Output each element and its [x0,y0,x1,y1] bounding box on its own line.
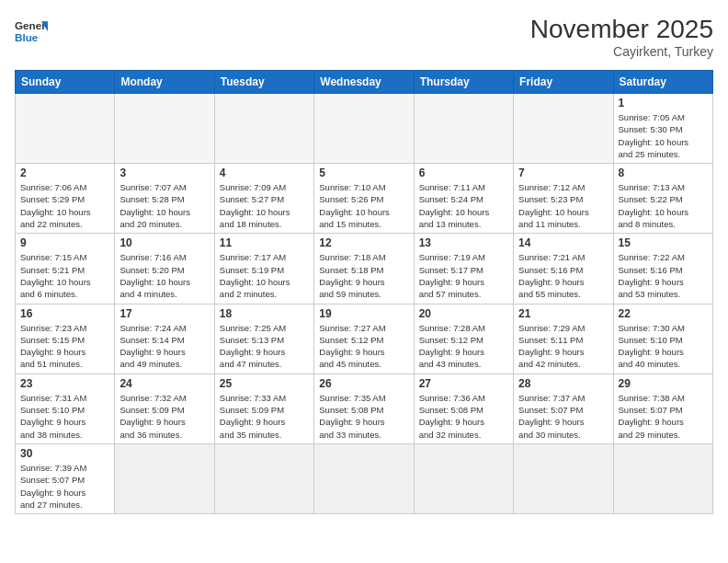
day-cell: 17Sunrise: 7:24 AM Sunset: 5:14 PM Dayli… [115,304,214,373]
day-cell: 4Sunrise: 7:09 AM Sunset: 5:27 PM Daylig… [214,164,313,234]
month-title: November 2025 [530,15,713,44]
day-info: Sunrise: 7:06 AM Sunset: 5:29 PM Dayligh… [20,181,109,230]
day-info: Sunrise: 7:24 AM Sunset: 5:14 PM Dayligh… [119,322,209,371]
day-cell: 25Sunrise: 7:33 AM Sunset: 5:09 PM Dayli… [214,373,313,443]
day-number: 15 [619,236,708,249]
day-cell [514,94,613,164]
day-number: 29 [619,377,708,390]
day-number: 21 [518,307,608,320]
weekday-header-row: SundayMondayTuesdayWednesdayThursdayFrid… [16,71,713,94]
day-cell: 24Sunrise: 7:32 AM Sunset: 5:09 PM Dayli… [115,373,214,443]
day-info: Sunrise: 7:17 AM Sunset: 5:19 PM Dayligh… [220,251,309,300]
day-number: 19 [319,307,408,320]
day-number: 2 [20,167,109,179]
day-info: Sunrise: 7:33 AM Sunset: 5:09 PM Dayligh… [220,392,309,441]
day-number: 4 [220,167,309,179]
day-cell [115,443,214,513]
day-cell: 27Sunrise: 7:36 AM Sunset: 5:08 PM Dayli… [414,373,513,443]
weekday-header-thursday: Thursday [414,71,513,94]
week-row-5: 23Sunrise: 7:31 AM Sunset: 5:10 PM Dayli… [16,373,713,443]
day-info: Sunrise: 7:21 AM Sunset: 5:16 PM Dayligh… [518,251,608,300]
day-number: 13 [419,236,508,249]
week-row-2: 2Sunrise: 7:06 AM Sunset: 5:29 PM Daylig… [16,164,713,234]
week-row-4: 16Sunrise: 7:23 AM Sunset: 5:15 PM Dayli… [16,304,713,373]
day-cell: 6Sunrise: 7:11 AM Sunset: 5:24 PM Daylig… [414,164,513,234]
day-cell: 5Sunrise: 7:10 AM Sunset: 5:26 PM Daylig… [314,164,414,234]
day-cell: 18Sunrise: 7:25 AM Sunset: 5:13 PM Dayli… [214,304,313,373]
day-info: Sunrise: 7:13 AM Sunset: 5:22 PM Dayligh… [619,181,708,230]
day-number: 18 [220,307,309,320]
weekday-header-saturday: Saturday [613,71,712,94]
calendar-table: SundayMondayTuesdayWednesdayThursdayFrid… [15,70,713,514]
day-cell [115,94,214,164]
day-info: Sunrise: 7:28 AM Sunset: 5:12 PM Dayligh… [419,322,508,371]
day-info: Sunrise: 7:05 AM Sunset: 5:30 PM Dayligh… [619,111,708,160]
day-info: Sunrise: 7:31 AM Sunset: 5:10 PM Dayligh… [20,392,109,441]
logo-icon: General Blue [15,15,48,48]
day-info: Sunrise: 7:32 AM Sunset: 5:09 PM Dayligh… [119,392,209,441]
day-cell: 29Sunrise: 7:38 AM Sunset: 5:07 PM Dayli… [613,373,712,443]
day-number: 1 [619,97,708,109]
week-row-3: 9Sunrise: 7:15 AM Sunset: 5:21 PM Daylig… [16,234,713,304]
day-info: Sunrise: 7:23 AM Sunset: 5:15 PM Dayligh… [20,322,109,371]
day-number: 25 [220,377,309,390]
weekday-header-sunday: Sunday [16,71,115,94]
day-cell: 14Sunrise: 7:21 AM Sunset: 5:16 PM Dayli… [514,234,613,304]
day-cell [16,94,115,164]
day-number: 23 [20,377,109,390]
day-info: Sunrise: 7:10 AM Sunset: 5:26 PM Dayligh… [319,181,408,230]
day-cell: 28Sunrise: 7:37 AM Sunset: 5:07 PM Dayli… [514,373,613,443]
day-cell: 20Sunrise: 7:28 AM Sunset: 5:12 PM Dayli… [414,304,513,373]
day-cell: 13Sunrise: 7:19 AM Sunset: 5:17 PM Dayli… [414,234,513,304]
day-cell: 3Sunrise: 7:07 AM Sunset: 5:28 PM Daylig… [115,164,214,234]
weekday-header-tuesday: Tuesday [214,71,313,94]
day-info: Sunrise: 7:19 AM Sunset: 5:17 PM Dayligh… [419,251,508,300]
day-number: 12 [319,236,408,249]
day-number: 5 [319,167,408,179]
day-info: Sunrise: 7:35 AM Sunset: 5:08 PM Dayligh… [319,392,408,441]
weekday-header-monday: Monday [115,71,214,94]
day-cell: 10Sunrise: 7:16 AM Sunset: 5:20 PM Dayli… [115,234,214,304]
day-cell: 7Sunrise: 7:12 AM Sunset: 5:23 PM Daylig… [514,164,613,234]
day-info: Sunrise: 7:36 AM Sunset: 5:08 PM Dayligh… [419,392,508,441]
day-cell [414,94,513,164]
day-number: 22 [619,307,708,320]
day-info: Sunrise: 7:18 AM Sunset: 5:18 PM Dayligh… [319,251,408,300]
day-number: 8 [619,167,708,179]
svg-text:General: General [15,19,48,31]
day-info: Sunrise: 7:30 AM Sunset: 5:10 PM Dayligh… [619,322,708,371]
day-info: Sunrise: 7:25 AM Sunset: 5:13 PM Dayligh… [220,322,309,371]
title-block: November 2025 Cayirkent, Turkey [530,15,713,59]
day-cell: 16Sunrise: 7:23 AM Sunset: 5:15 PM Dayli… [16,304,115,373]
day-number: 24 [119,377,209,390]
svg-text:Blue: Blue [15,31,39,43]
day-cell: 1Sunrise: 7:05 AM Sunset: 5:30 PM Daylig… [613,94,712,164]
day-number: 17 [119,307,209,320]
day-number: 9 [20,236,109,249]
day-cell: 26Sunrise: 7:35 AM Sunset: 5:08 PM Dayli… [314,373,414,443]
day-number: 16 [20,307,109,320]
day-cell: 22Sunrise: 7:30 AM Sunset: 5:10 PM Dayli… [613,304,712,373]
day-info: Sunrise: 7:22 AM Sunset: 5:16 PM Dayligh… [619,251,708,300]
day-info: Sunrise: 7:16 AM Sunset: 5:20 PM Dayligh… [119,251,209,300]
day-cell [514,443,613,513]
day-info: Sunrise: 7:37 AM Sunset: 5:07 PM Dayligh… [518,392,608,441]
day-number: 26 [319,377,408,390]
weekday-header-wednesday: Wednesday [314,71,414,94]
day-number: 20 [419,307,508,320]
day-info: Sunrise: 7:39 AM Sunset: 5:07 PM Dayligh… [20,462,109,511]
day-cell: 2Sunrise: 7:06 AM Sunset: 5:29 PM Daylig… [16,164,115,234]
day-info: Sunrise: 7:27 AM Sunset: 5:12 PM Dayligh… [319,322,408,371]
day-number: 27 [419,377,508,390]
day-number: 10 [119,236,209,249]
day-cell: 19Sunrise: 7:27 AM Sunset: 5:12 PM Dayli… [314,304,414,373]
day-cell: 30Sunrise: 7:39 AM Sunset: 5:07 PM Dayli… [16,443,115,513]
day-cell [214,443,313,513]
page-header: General Blue November 2025 Cayirkent, Tu… [15,15,713,59]
day-cell [314,443,414,513]
day-number: 7 [518,167,608,179]
day-cell [414,443,513,513]
day-number: 11 [220,236,309,249]
day-cell [613,443,712,513]
day-number: 30 [20,447,109,460]
